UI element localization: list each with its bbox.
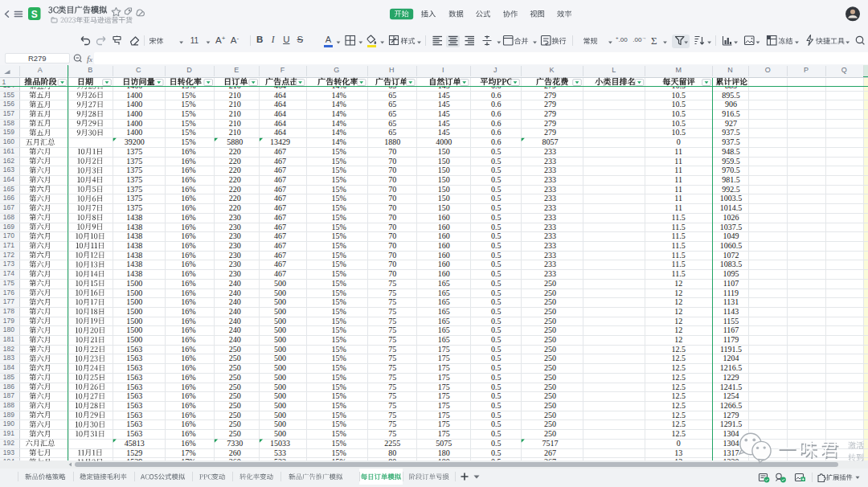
svg-text:S: S [31,9,38,20]
